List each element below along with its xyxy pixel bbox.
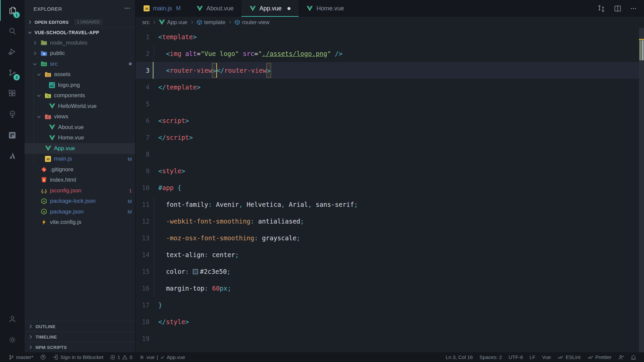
code-line-12[interactable]: 12 -webkit-font-smoothing: antialiased; [136,213,644,230]
activity-search[interactable] [0,21,24,42]
code-line-1[interactable]: 1<template> [136,28,644,45]
tab-main-js[interactable]: JSmain.jsM [136,0,189,17]
gutter-decoration [150,196,158,213]
code-line-11[interactable]: 11 font-family: Avenir, Helvetica, Arial… [136,196,644,213]
status-language-mode[interactable]: Vue [539,352,554,362]
tree-item-views[interactable]: views [24,112,135,122]
tree-item-helloworld-vue[interactable]: HelloWorld.vue [24,101,135,112]
status-prettier[interactable]: Prettier [584,352,615,362]
tree-item-logo-png[interactable]: logo.png [24,80,135,90]
sidebar-section-npm-scripts[interactable]: NPM SCRIPTS [24,342,135,352]
code-line-14[interactable]: 14 text-align: center; [136,246,644,263]
tree-item-label: HelloWorld.vue [58,103,97,110]
tab-app-vue[interactable]: App.vue [241,0,299,17]
tree-root-folder[interactable]: VUE-SCHOOL-TRAVEL-APP [24,27,135,38]
code-line-19[interactable]: 19 [136,330,644,347]
sidebar-section-outline[interactable]: OUTLINE [24,321,135,331]
gutter-decoration [150,129,158,146]
line-number: 13 [136,230,150,246]
code-line-8[interactable]: 8 [136,146,644,163]
activity-account[interactable] [0,309,24,329]
compare-changes-icon[interactable] [597,5,605,12]
breadcrumb-item-src[interactable]: src [142,19,150,25]
tree-item-label: main.js [54,156,72,162]
status-notifications[interactable] [628,352,639,362]
tree-item-public[interactable]: public [24,48,135,59]
breadcrumb-item-template[interactable]: template [197,19,225,25]
activity-extensions[interactable] [0,83,24,104]
activity-files[interactable]: 1 [0,0,24,21]
line-number: 14 [136,246,150,263]
token-plain [158,285,166,292]
unsaved-dot[interactable] [287,7,290,10]
open-editors-section[interactable]: OPEN EDITORS 1 UNSAVED [24,17,135,27]
code-line-6[interactable]: 6<script> [136,112,644,129]
tree-item-package-lock-json[interactable]: JSpackage-lock.jsonM [24,196,135,207]
activity-settings-gear[interactable] [0,329,24,350]
code-line-2[interactable]: 2 <img alt="Vue logo" src="./assets/logo… [136,45,644,62]
tree-item-main-js[interactable]: JSmain.jsM [24,154,135,165]
breadcrumb-item-router-view[interactable]: router-view [234,19,270,25]
activity-atlassian[interactable] [0,145,24,166]
signin-icon [53,354,58,360]
tree-item-node-modules[interactable]: node_modules [24,38,135,48]
code-line-15[interactable]: 15 color: #2c3e50; [136,263,644,280]
status-indentation[interactable]: Spaces: 2 [476,352,505,362]
tree-item-assets[interactable]: assets [24,69,135,80]
tree-item-vite-config-js[interactable]: vite.config.js [24,217,135,228]
tree-item-app-vue[interactable]: App.vue [24,143,135,154]
status-cursor-position[interactable]: Ln 3, Col 16 [442,352,476,362]
chevron-down-icon [36,72,42,77]
code-line-3[interactable]: 3 <router-view></router-view> [136,62,644,79]
status-vue-language-status[interactable]: vue|App.vue [136,352,189,362]
activity-test-tree[interactable] [0,104,24,125]
folder-public-icon [41,51,47,56]
tab-home-vue[interactable]: Home.vue [299,0,352,17]
check-icon [160,355,165,360]
chevron-right-icon [32,51,38,56]
tab-about-vue[interactable]: About.vue [189,0,241,17]
indent-guide [154,263,154,280]
tree-item-package-json[interactable]: JSpackage.jsonM [24,206,135,217]
more-actions-icon[interactable] [124,5,130,13]
status-eol[interactable]: LF [526,352,539,362]
code-line-16[interactable]: 16 margin-top: 60px; [136,280,644,297]
tree-item-home-vue[interactable]: Home.vue [24,133,135,143]
code-line-17[interactable]: 17} [136,297,644,313]
tree-item-src[interactable]: </>src [24,59,135,69]
tree-item-components[interactable]: components [24,90,135,101]
activity-source-control[interactable]: 3 [0,62,24,83]
code-line-9[interactable]: 9<style> [136,163,644,179]
status-text: App.vue [167,354,185,360]
tree-item-index-html[interactable]: 5index.html [24,175,135,186]
code-line-5[interactable]: 5 [136,96,644,112]
status-encoding[interactable]: UTF-8 [505,352,526,362]
code-line-7[interactable]: 7</script> [136,129,644,146]
sidebar-section-timeline[interactable]: TIMELINE [24,331,135,342]
code-editor[interactable]: 1<template>2 <img alt="Vue logo" src="./… [136,28,644,352]
activity-run-debug[interactable] [0,42,24,62]
code-line-18[interactable]: 18</style> [136,313,644,330]
status-bitbucket-signin[interactable]: Sign in to Bitbucket [49,352,107,362]
breadcrumb-item-app-vue[interactable]: App.vue [159,19,187,25]
tree-item-about-vue[interactable]: About.vue [24,122,135,133]
code-line-10[interactable]: 10#app { [136,179,644,196]
gutter-decoration [150,179,158,196]
status-feedback[interactable] [615,352,628,362]
css-color-swatch[interactable] [193,269,198,274]
vue-file-icon [159,19,165,25]
status-problems[interactable]: 10 [107,352,136,362]
status-git-branch[interactable]: master* [5,352,37,362]
code-line-13[interactable]: 13 -moz-osx-font-smoothing: grayscale; [136,230,644,246]
activity-panel-square[interactable] [0,125,24,145]
status-publish-changes[interactable] [37,352,49,362]
status-bar-right: Ln 3, Col 16Spaces: 2UTF-8LFVueESLintPre… [442,352,639,362]
split-editor-icon[interactable] [614,5,622,12]
more-actions-icon[interactable] [630,5,637,12]
tree-item-jsconfig-json[interactable]: {..}jsconfig.json1 [24,185,135,196]
tree-item-gitignore[interactable]: .gitignore [24,164,135,175]
code-line-4[interactable]: 4</template> [136,79,644,96]
status-eslint[interactable]: ESLint [554,352,584,362]
editor-scrollbar[interactable] [639,28,644,352]
tree-item-label: public [50,50,65,57]
